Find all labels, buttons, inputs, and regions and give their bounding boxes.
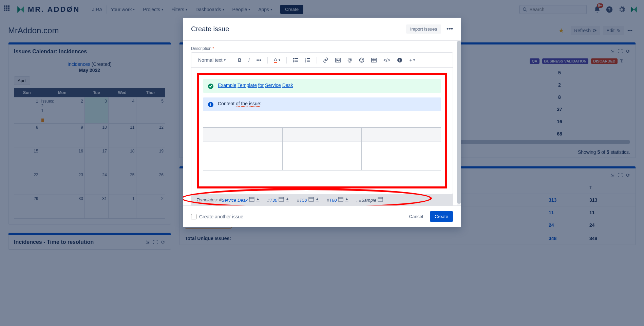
check-circle-icon (208, 83, 214, 89)
bullet-list-button[interactable] (290, 56, 301, 64)
download-icon[interactable] (344, 197, 349, 202)
svg-rect-32 (279, 197, 284, 201)
table-button[interactable] (368, 56, 379, 64)
apply-icon[interactable] (249, 197, 254, 202)
template-sample[interactable]: , #Sample (356, 198, 376, 203)
svg-rect-34 (309, 197, 314, 201)
emoji-button[interactable] (356, 56, 367, 64)
italic-button[interactable]: I (246, 56, 252, 64)
chevron-down-icon: ▾ (224, 58, 226, 62)
annotation-box: Example Template for Service Desk i Cont… (197, 73, 447, 188)
svg-text:3: 3 (305, 61, 306, 63)
templates-bar: Templates: # Service Desk #T30 #T50 #T60… (191, 194, 453, 205)
svg-rect-9 (295, 61, 298, 62)
svg-rect-15 (307, 61, 310, 62)
description-label: Description * (191, 46, 453, 51)
bold-button[interactable]: B (235, 56, 244, 64)
modal-more-icon[interactable]: ••• (447, 25, 453, 33)
text-style-select[interactable]: Normal text ▾ (195, 56, 228, 64)
info-button[interactable]: i (394, 56, 405, 64)
description-editor: Normal text ▾ B I ••• A ▾ 123 (191, 52, 453, 194)
svg-point-18 (359, 58, 364, 62)
apply-icon[interactable] (378, 197, 383, 202)
template-t50[interactable]: T50 (299, 198, 307, 203)
info-panel: i Content of the issue: (203, 97, 441, 111)
image-button[interactable] (333, 56, 343, 64)
svg-point-6 (293, 59, 294, 60)
numbered-list-button[interactable]: 123 (302, 56, 313, 64)
modal-title: Create issue (191, 25, 229, 33)
template-service-desk[interactable]: Service Desk (222, 198, 248, 203)
editor-content[interactable]: Example Template for Service Desk i Cont… (191, 68, 453, 194)
import-issues-button[interactable]: Import issues (406, 24, 441, 34)
download-icon[interactable] (285, 197, 290, 202)
svg-point-19 (360, 59, 361, 60)
svg-rect-11 (307, 58, 310, 59)
svg-text:i: i (399, 58, 400, 62)
svg-rect-13 (307, 60, 310, 60)
code-button[interactable]: </> (381, 56, 393, 64)
svg-rect-38 (378, 197, 383, 201)
download-icon[interactable] (315, 197, 320, 202)
success-panel: Example Template for Service Desk (203, 79, 441, 93)
add-button[interactable]: + ▾ (406, 56, 418, 64)
apply-icon[interactable] (279, 197, 284, 202)
apply-icon[interactable] (308, 197, 314, 202)
modal-overlay: Create issue Import issues ••• Descripti… (0, 0, 644, 265)
create-submit-button[interactable]: Create (430, 211, 453, 222)
download-icon[interactable] (255, 197, 261, 202)
svg-text:i: i (210, 103, 211, 107)
editor-table[interactable] (203, 127, 441, 170)
svg-rect-36 (338, 197, 343, 201)
more-formatting-button[interactable]: ••• (254, 56, 264, 64)
apply-icon[interactable] (338, 197, 343, 202)
create-issue-modal: Create issue Import issues ••• Descripti… (183, 18, 461, 227)
create-another-checkbox[interactable]: Create another issue (191, 214, 243, 219)
info-circle-icon: i (208, 102, 214, 108)
text-color-button[interactable]: A ▾ (271, 55, 283, 65)
modal-scrollbar[interactable] (457, 41, 461, 205)
svg-point-4 (293, 58, 294, 59)
cancel-button[interactable]: Cancel (405, 211, 427, 222)
mention-button[interactable]: @ (345, 56, 355, 64)
svg-point-8 (293, 61, 294, 62)
text-cursor (203, 173, 203, 179)
svg-rect-5 (295, 58, 298, 59)
svg-rect-7 (295, 60, 298, 60)
template-t30[interactable]: T30 (270, 198, 277, 203)
link-button[interactable] (320, 56, 331, 64)
svg-rect-30 (249, 197, 254, 201)
template-t60[interactable]: T60 (329, 198, 337, 203)
svg-point-20 (362, 59, 363, 60)
editor-toolbar: Normal text ▾ B I ••• A ▾ 123 (191, 53, 453, 68)
